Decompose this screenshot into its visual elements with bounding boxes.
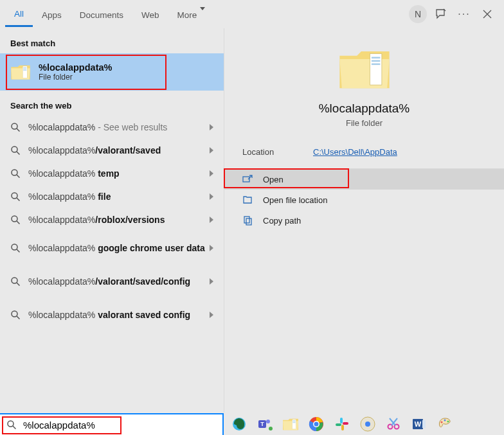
search-icon [10, 145, 21, 155]
action-copy-path[interactable]: Copy path [224, 210, 504, 231]
search-icon [10, 215, 21, 225]
copy-icon [242, 215, 253, 226]
chevron-right-icon [210, 193, 213, 200]
web-result-text: %localappdata%/valorant/saved [28, 145, 210, 155]
web-result-item[interactable]: %localappdata% valorant saved config [0, 298, 224, 332]
search-icon [10, 168, 21, 179]
web-result-item[interactable]: %localappdata%/valorant/saved/config [0, 265, 224, 298]
search-icon [10, 310, 21, 320]
web-result-item[interactable]: %localappdata% google chrome user data [0, 231, 224, 265]
svg-point-30 [447, 421, 449, 423]
tab-more[interactable]: More [168, 3, 215, 26]
chevron-right-icon [210, 170, 213, 177]
web-result-item[interactable]: %localappdata%/valorant/saved [0, 139, 224, 162]
search-input[interactable] [23, 420, 216, 431]
taskbar-slack-icon[interactable] [332, 415, 352, 433]
tab-web[interactable]: Web [132, 3, 168, 26]
action-open[interactable]: Open [224, 169, 504, 190]
svg-point-22 [365, 422, 370, 427]
chevron-right-icon [210, 312, 213, 318]
svg-rect-18 [336, 423, 341, 426]
location-label: Location [242, 147, 313, 157]
taskbar-teams-icon[interactable]: T [255, 415, 275, 433]
web-result-text: %localappdata% file [28, 191, 210, 202]
preview-subtitle: File folder [235, 118, 494, 128]
svg-text:W: W [415, 420, 422, 428]
chevron-right-icon [210, 278, 213, 285]
web-result-text: %localappdata% - See web results [28, 122, 210, 132]
svg-rect-20 [343, 422, 348, 425]
svg-point-12 [266, 420, 270, 423]
taskbar-chrome-alt-icon[interactable] [357, 415, 378, 433]
tab-documents[interactable]: Documents [71, 3, 132, 26]
taskbar-chrome-icon[interactable] [306, 415, 327, 433]
best-match-subtitle: File folder [39, 73, 112, 82]
action-open-location[interactable]: Open file location [224, 190, 504, 210]
best-match-item[interactable]: %localappdata% File folder [0, 53, 224, 91]
chevron-right-icon [210, 245, 213, 251]
search-icon [10, 122, 21, 132]
best-match-header: Best match [0, 28, 224, 53]
taskbar-explorer-icon[interactable] [280, 415, 301, 433]
feedback-icon[interactable] [429, 3, 453, 26]
web-result-text: %localappdata%/valorant/saved/config [28, 276, 210, 287]
taskbar-edge-icon[interactable] [229, 415, 249, 433]
svg-point-28 [441, 422, 443, 423]
chevron-right-icon [210, 147, 213, 154]
web-result-text: %localappdata% valorant saved config [28, 310, 210, 320]
search-icon [6, 420, 17, 430]
svg-text:T: T [260, 421, 264, 427]
chevron-right-icon [210, 217, 213, 223]
taskbar: T W [224, 413, 504, 435]
web-result-text: %localappdata%/roblox/versions [28, 215, 210, 225]
search-icon [10, 243, 21, 253]
taskbar-word-icon[interactable]: W [409, 415, 429, 433]
web-result-text: %localappdata% google chrome user data [28, 243, 210, 253]
tab-apps[interactable]: Apps [33, 3, 71, 26]
svg-rect-27 [422, 420, 426, 428]
web-result-item[interactable]: %localappdata%/roblox/versions [0, 208, 224, 231]
web-result-item[interactable]: %localappdata% temp [0, 162, 224, 185]
svg-point-29 [444, 420, 446, 422]
search-web-header: Search the web [0, 91, 224, 116]
taskbar-paint-icon[interactable] [435, 415, 455, 433]
tab-all[interactable]: All [5, 1, 33, 27]
search-icon [10, 276, 21, 287]
more-options-icon[interactable]: ··· [453, 3, 476, 26]
folder-icon [10, 62, 31, 82]
svg-point-13 [269, 427, 273, 431]
best-match-title: %localappdata% [39, 62, 112, 73]
user-avatar[interactable]: N [406, 3, 429, 26]
svg-rect-19 [341, 425, 344, 431]
search-icon [10, 191, 21, 202]
chevron-down-icon [200, 7, 205, 20]
chevron-right-icon [210, 124, 213, 130]
web-result-item[interactable]: %localappdata% - See web results [0, 116, 224, 139]
svg-rect-17 [340, 418, 343, 423]
svg-point-16 [314, 422, 319, 427]
web-result-item[interactable]: %localappdata% file [0, 185, 224, 208]
folder-icon-large [338, 46, 392, 91]
web-result-text: %localappdata% temp [28, 168, 210, 179]
taskbar-snip-icon[interactable] [383, 415, 404, 433]
open-icon [242, 174, 253, 184]
search-bar[interactable] [0, 413, 224, 435]
location-link[interactable]: C:\Users\Dell\AppData [313, 147, 397, 157]
preview-title: %localappdata% [235, 102, 494, 116]
folder-location-icon [242, 195, 253, 205]
close-button[interactable] [476, 3, 499, 26]
